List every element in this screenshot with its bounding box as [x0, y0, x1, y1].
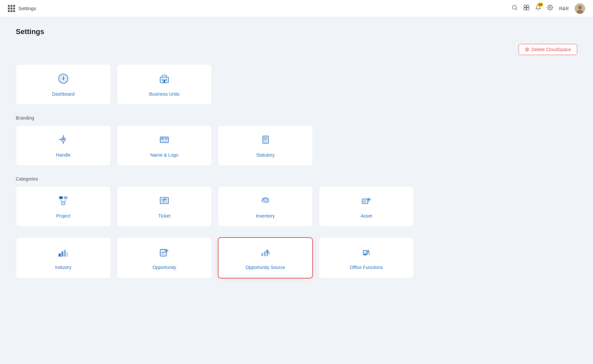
delete-cloudspace-button[interactable]: Delete CloudSpace: [519, 44, 577, 55]
card-inventory[interactable]: Inventory: [218, 186, 313, 227]
statutory-icon: [259, 133, 272, 148]
card-ticket[interactable]: Ticket: [117, 186, 212, 227]
handle-label: Handle: [56, 152, 71, 158]
handle-icon: [57, 133, 70, 148]
svg-rect-2: [524, 5, 526, 8]
card-opportunity[interactable]: Opportunity: [117, 237, 212, 278]
ticket-icon: [158, 194, 171, 209]
industry-icon: [57, 246, 70, 261]
card-dashboard[interactable]: Dashboard: [16, 64, 111, 105]
dashboard-icon: [57, 72, 70, 87]
asset-icon: [360, 194, 373, 209]
card-statutory[interactable]: Statutory: [218, 125, 313, 166]
opportunity-source-label: Opportunity Source: [246, 265, 285, 270]
asset-label: Asset: [360, 213, 372, 219]
svg-point-20: [63, 139, 64, 140]
svg-rect-56: [64, 250, 66, 257]
svg-point-23: [162, 138, 163, 140]
svg-rect-69: [364, 254, 366, 255]
card-business-units[interactable]: Business Units: [117, 64, 212, 105]
industry-label: Industry: [55, 265, 72, 270]
opportunity-label: Opportunity: [153, 265, 176, 270]
svg-rect-62: [261, 253, 263, 256]
branding-cards-grid: Handle Name & Logo: [16, 125, 577, 166]
card-opportunity-source[interactable]: Opportunity Source: [218, 237, 313, 278]
opportunity-icon: [158, 246, 171, 261]
topnav: Settings 10 R&R: [0, 0, 593, 17]
project-icon: [57, 194, 70, 209]
ticket-label: Ticket: [158, 213, 171, 219]
topnav-title: Settings: [18, 6, 36, 11]
business-units-label: Business Units: [149, 91, 180, 97]
statutory-label: Statutory: [256, 152, 275, 158]
card-office-functions[interactable]: Office Functions: [319, 237, 414, 278]
card-asset[interactable]: Asset: [319, 186, 414, 227]
svg-rect-32: [59, 196, 63, 199]
svg-point-6: [549, 7, 551, 9]
top-cards-grid: Dashboard Business Units: [16, 64, 577, 105]
page-title: Settings: [16, 28, 577, 36]
card-project[interactable]: Project: [16, 186, 111, 227]
notification-badge: 10: [537, 3, 543, 7]
svg-point-11: [63, 79, 64, 80]
topnav-right: 10 R&R: [512, 3, 585, 14]
svg-rect-3: [527, 5, 529, 8]
svg-rect-28: [263, 137, 267, 138]
card-industry[interactable]: Industry: [16, 237, 111, 278]
svg-rect-4: [524, 8, 526, 10]
svg-rect-13: [162, 79, 163, 81]
trash-icon: [525, 47, 529, 52]
svg-rect-39: [160, 198, 168, 204]
categories-row2-grid: Industry Opportunity: [16, 237, 577, 278]
svg-line-74: [369, 253, 370, 255]
avatar[interactable]: [575, 3, 585, 14]
svg-point-59: [164, 249, 169, 253]
business-units-icon: [158, 72, 171, 87]
inventory-label: Inventory: [256, 213, 275, 219]
svg-rect-15: [164, 80, 165, 83]
opportunity-source-icon: [259, 246, 272, 261]
branding-section-label: Branding: [16, 115, 577, 121]
notification-icon[interactable]: 10: [535, 5, 541, 12]
inventory-icon: [259, 194, 272, 209]
settings-icon[interactable]: [547, 5, 553, 12]
svg-rect-33: [64, 196, 68, 199]
name-logo-icon: [158, 133, 171, 148]
svg-rect-57: [67, 253, 68, 257]
name-logo-label: Name & Logo: [150, 152, 178, 158]
svg-line-66: [269, 253, 270, 254]
dashboard-label: Dashboard: [52, 91, 75, 97]
svg-rect-5: [527, 8, 529, 10]
project-label: Project: [56, 213, 71, 219]
svg-rect-55: [61, 251, 63, 257]
svg-rect-54: [59, 254, 61, 257]
topnav-left: Settings: [8, 5, 36, 12]
app-grid-icon[interactable]: [8, 5, 15, 12]
search-icon[interactable]: [512, 5, 518, 12]
card-handle[interactable]: Handle: [16, 125, 111, 166]
apps-icon[interactable]: [523, 5, 529, 12]
office-functions-label: Office Functions: [350, 265, 383, 270]
svg-rect-14: [165, 79, 167, 81]
user-label: R&R: [559, 6, 569, 11]
office-functions-icon: [360, 246, 373, 261]
svg-rect-63: [264, 251, 266, 256]
svg-point-47: [263, 201, 268, 202]
card-name-logo[interactable]: Name & Logo: [117, 125, 212, 166]
main-content: Settings Delete CloudSpace Dashboard: [0, 17, 593, 299]
categories-section-label: Categories: [16, 176, 577, 182]
svg-rect-34: [61, 202, 65, 205]
svg-line-1: [516, 9, 517, 10]
svg-point-67: [267, 251, 268, 252]
categories-row1-grid: Project Ticket: [16, 186, 577, 227]
delete-btn-row: Delete CloudSpace: [16, 44, 577, 55]
svg-point-8: [578, 6, 582, 10]
